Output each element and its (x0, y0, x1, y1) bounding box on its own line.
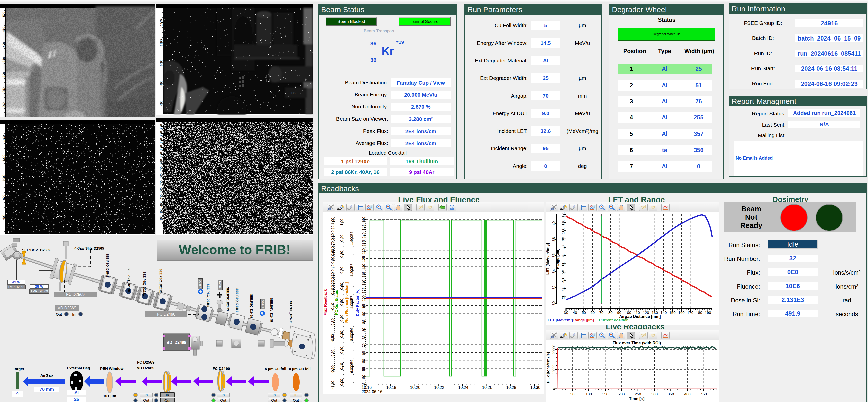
svg-text:Range [µm]: Range [µm] (555, 248, 560, 269)
svg-text:125: 125 (362, 256, 366, 262)
svg-text:0.50: 0.50 (340, 299, 343, 306)
svg-text:450: 450 (160, 195, 163, 200)
svg-text:70: 70 (561, 254, 565, 258)
svg-text:60: 60 (590, 310, 595, 315)
svg-text:1000: 1000 (160, 59, 163, 66)
svg-text:95: 95 (362, 304, 366, 308)
svg-text:0.30: 0.30 (340, 331, 343, 338)
svg-text:150: 150 (669, 310, 676, 315)
svg-text:350: 350 (668, 392, 674, 396)
svg-text:600: 600 (160, 101, 163, 106)
svg-text:190: 190 (705, 310, 711, 315)
svg-text:10:28: 10:28 (506, 386, 516, 390)
svg-text:100: 100 (625, 310, 631, 315)
svg-text:600: 600 (2, 214, 5, 220)
svg-text:120: 120 (643, 310, 649, 315)
svg-text:75: 75 (362, 336, 366, 340)
svg-text:LET [MeVcm²]: LET [MeVcm²] (548, 318, 573, 322)
svg-text:Flux over Time (with ROI): Flux over Time (with ROI) (613, 341, 661, 345)
svg-text:0.20: 0.20 (331, 280, 335, 287)
svg-text:140: 140 (660, 310, 666, 315)
svg-text:400: 400 (160, 201, 163, 206)
svg-text:300: 300 (2, 72, 5, 77)
svg-text:0.60: 0.60 (340, 283, 343, 290)
svg-text:40: 40 (551, 222, 556, 226)
svg-text:0.50: 0.50 (331, 257, 335, 263)
svg-text:30: 30 (551, 301, 556, 306)
svg-text:0.80: 0.80 (340, 251, 343, 258)
svg-text:50: 50 (362, 375, 366, 379)
svg-text:8.000E6: 8.000E6 (349, 328, 353, 341)
svg-text:0.40: 0.40 (340, 315, 343, 322)
svg-text:2024-06-16: 2024-06-16 (362, 390, 382, 394)
svg-text:0.80: 0.80 (331, 233, 335, 240)
svg-text:1.00: 1.00 (340, 219, 343, 225)
svg-text:450: 450 (2, 27, 5, 32)
svg-text:0.40: 0.40 (331, 264, 335, 271)
svg-text:10000: 10000 (552, 364, 556, 374)
svg-text:Current Position: Current Position (599, 318, 629, 322)
svg-text:100: 100 (561, 228, 565, 234)
svg-text:36: 36 (551, 253, 556, 258)
svg-text:Range [µm]: Range [µm] (573, 318, 594, 322)
svg-text:30: 30 (561, 287, 565, 291)
svg-text:650: 650 (160, 166, 163, 171)
svg-text:0.60: 0.60 (331, 249, 335, 256)
svg-text:140: 140 (362, 232, 366, 238)
svg-text:800: 800 (160, 145, 163, 150)
svg-text:150: 150 (602, 392, 608, 396)
svg-text:0.90: 0.90 (340, 235, 343, 241)
svg-text:10:16: 10:16 (362, 386, 372, 390)
svg-text:20000: 20000 (552, 345, 556, 355)
svg-text:105: 105 (362, 288, 366, 294)
svg-text:0.70: 0.70 (331, 241, 335, 248)
svg-text:80: 80 (608, 310, 613, 315)
svg-text:A: A (350, 204, 352, 208)
svg-text:200: 200 (618, 392, 625, 396)
svg-text:BD_D2498: BD_D2498 (166, 340, 186, 345)
svg-text:1.200E7: 1.200E7 (349, 264, 353, 277)
svg-text:50: 50 (561, 270, 565, 274)
svg-text:800: 800 (160, 80, 163, 86)
svg-text:70: 70 (362, 343, 366, 347)
svg-text:1200: 1200 (2, 155, 5, 162)
svg-text:0.30: 0.30 (331, 272, 335, 279)
svg-text:120: 120 (362, 264, 366, 270)
svg-text:1200: 1200 (160, 39, 163, 46)
svg-text:38: 38 (551, 237, 556, 241)
svg-text:LET [MeVcm²/mg]: LET [MeVcm²/mg] (546, 243, 550, 275)
svg-text:85: 85 (362, 320, 366, 324)
svg-text:0.70: 0.70 (340, 267, 343, 273)
svg-text:90: 90 (617, 310, 621, 315)
svg-text:34: 34 (551, 269, 556, 273)
svg-text:Duty Factor [%]: Duty Factor [%] (355, 289, 360, 316)
svg-text:900: 900 (160, 131, 163, 136)
svg-text:-0.30: -0.30 (331, 319, 335, 327)
svg-text:-0.70: -0.70 (331, 350, 335, 358)
svg-text:350: 350 (2, 57, 5, 62)
svg-text:135: 135 (362, 240, 366, 246)
svg-text:800: 800 (2, 195, 5, 200)
svg-text:950: 950 (160, 124, 163, 129)
svg-text:-0.90: -0.90 (331, 365, 335, 373)
svg-text:600: 600 (160, 173, 163, 178)
svg-text:110: 110 (634, 310, 640, 315)
svg-text:80: 80 (561, 245, 565, 249)
svg-text:1000: 1000 (2, 174, 5, 181)
svg-text:10:18: 10:18 (386, 386, 396, 390)
svg-text:0: 0 (552, 388, 556, 390)
svg-text:100: 100 (586, 392, 592, 396)
svg-text:70: 70 (599, 310, 604, 315)
svg-text:350: 350 (160, 208, 163, 213)
svg-text:700: 700 (160, 159, 163, 164)
svg-text:1.000E7: 1.000E7 (349, 296, 353, 309)
svg-text:-1.10: -1.10 (331, 381, 335, 389)
svg-text:170: 170 (687, 310, 693, 315)
svg-text:10:22: 10:22 (434, 386, 444, 390)
svg-text:1.00: 1.00 (331, 218, 335, 225)
svg-text:32: 32 (551, 285, 556, 290)
svg-text:1400: 1400 (2, 135, 5, 142)
svg-text:250: 250 (635, 392, 641, 396)
svg-text:Flux Readback: Flux Readback (323, 289, 328, 316)
svg-text:Flux [Ions/cm2/s]: Flux [Ions/cm2/s] (546, 352, 550, 383)
